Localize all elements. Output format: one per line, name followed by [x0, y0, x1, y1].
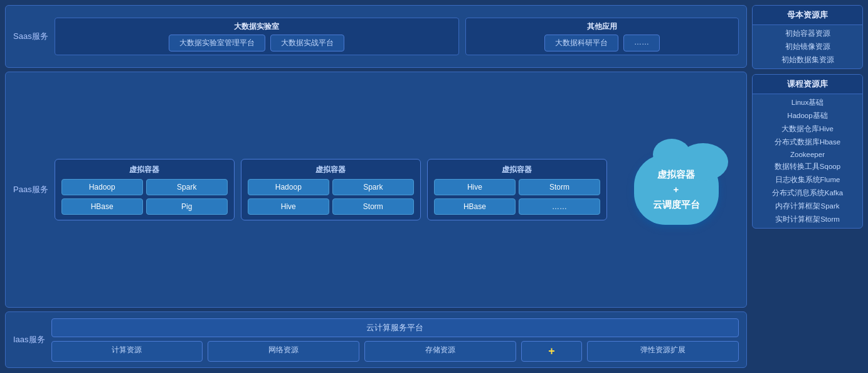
saas-item-2: 大数据科研平台: [544, 35, 618, 51]
iaas-label: Iaas服务: [13, 334, 45, 345]
iaas-item-1: 网络资源: [208, 341, 359, 362]
saas-group2-items: 大数据科研平台 ……: [471, 35, 733, 51]
saas-inner: 大数据实验室 大数据实验室管理平台 大数据实战平台 其他应用 大数据科研平台 ……: [55, 18, 739, 55]
sidebar-box2-item-6: 日志收集系统Flume: [758, 174, 857, 186]
sidebar-box2-item-5: 数据转换工具Sqoop: [758, 161, 857, 173]
vc3-item-2: HBase: [434, 198, 516, 215]
saas-row: 大数据实验室 大数据实验室管理平台 大数据实战平台 其他应用 大数据科研平台 ……: [55, 18, 739, 55]
iaas-items-row: 计算资源 网络资源 存储资源 + 弹性资源扩展: [51, 341, 739, 362]
paas-label: Paas服务: [13, 184, 48, 195]
sidebar-box2-item-1: Hadoop基础: [758, 110, 857, 122]
vc3-title: 虚拟容器: [434, 165, 600, 175]
virtual-containers-row: 虚拟容器 Hadoop Spark HBase Pig 虚拟容器 Hadoop …: [55, 159, 607, 220]
paas-inner: 虚拟容器 Hadoop Spark HBase Pig 虚拟容器 Hadoop …: [55, 154, 739, 225]
sidebar-box1-items: 初始容器资源 初始镜像资源 初始数据集资源: [753, 25, 862, 68]
sidebar-box2-item-9: 实时计算框架Storm: [758, 214, 857, 225]
vc2-item-0: Hadoop: [248, 179, 329, 195]
saas-group2-title: 其他应用: [471, 21, 733, 32]
virtual-container-3: 虚拟容器 Hive Storm HBase ……: [427, 159, 607, 220]
sidebar-box1-item-0: 初始容器资源: [758, 28, 857, 40]
sidebar-box2-items: Linux基础 Hadoop基础 大数据仓库Hive 分布式数据库Hbase Z…: [753, 94, 862, 228]
saas-group-other: 其他应用 大数据科研平台 ……: [465, 18, 739, 55]
saas-section: Saas服务 大数据实验室 大数据实验室管理平台 大数据实战平台 其他应用 大数…: [5, 5, 747, 68]
sidebar-box-course: 课程资源库 Linux基础 Hadoop基础 大数据仓库Hive 分布式数据库H…: [752, 74, 863, 229]
cloud-area: 虚拟容器 + 云调度平台: [613, 154, 739, 225]
vc3-item-1: Storm: [519, 179, 600, 195]
vc3-item-3: ……: [519, 198, 600, 215]
saas-label: Saas服务: [13, 31, 48, 42]
vc3-item-0: Hive: [434, 179, 516, 195]
saas-item-0: 大数据实验室管理平台: [169, 35, 265, 51]
vc1-item-3: Pig: [146, 198, 228, 215]
vc2-item-2: Hive: [248, 198, 329, 215]
right-sidebar: 母本资源库 初始容器资源 初始镜像资源 初始数据集资源 课程资源库 Linux基…: [752, 0, 868, 373]
cloud-line2: +: [674, 184, 679, 195]
saas-item-1: 大数据实战平台: [270, 35, 344, 51]
cloud-line1: 虚拟容器: [657, 169, 695, 180]
vc2-item-1: Spark: [332, 179, 414, 195]
cloud-line3: 云调度平台: [653, 199, 700, 210]
saas-group1-title: 大数据实验室: [60, 21, 453, 32]
saas-item-3: ……: [623, 35, 660, 51]
iaas-item-0: 计算资源: [51, 341, 203, 362]
iaas-item-2: 存储资源: [364, 341, 516, 362]
cloud-text: 虚拟容器 + 云调度平台: [653, 167, 700, 212]
vc1-title: 虚拟容器: [61, 165, 228, 175]
vc1-grid: Hadoop Spark HBase Pig: [61, 179, 228, 215]
saas-group1-items: 大数据实验室管理平台 大数据实战平台: [60, 35, 453, 51]
sidebar-box1-title: 母本资源库: [753, 6, 862, 25]
virtual-container-2: 虚拟容器 Hadoop Spark Hive Storm: [241, 159, 421, 220]
vc2-title: 虚拟容器: [248, 165, 414, 175]
iaas-section: Iaas服务 云计算服务平台 计算资源 网络资源 存储资源 + 弹性资源扩展: [5, 311, 747, 368]
vc2-grid: Hadoop Spark Hive Storm: [248, 179, 414, 215]
sidebar-box1-item-2: 初始数据集资源: [758, 54, 857, 66]
vc1-item-0: Hadoop: [61, 179, 143, 195]
sidebar-box2-item-0: Linux基础: [758, 97, 857, 109]
saas-group-bigdata: 大数据实验室 大数据实验室管理平台 大数据实战平台: [55, 18, 459, 55]
sidebar-box2-item-3: 分布式数据库Hbase: [758, 136, 857, 148]
iaas-item-plus: +: [521, 341, 583, 362]
sidebar-box-mother: 母本资源库 初始容器资源 初始镜像资源 初始数据集资源: [752, 5, 863, 69]
sidebar-box2-item-7: 分布式消息系统Kafka: [758, 187, 857, 199]
sidebar-box2-item-4: Zookeeper: [758, 149, 857, 159]
paas-section: Paas服务 虚拟容器 Hadoop Spark HBase Pig 虚拟容器: [5, 72, 747, 308]
vc1-item-2: HBase: [61, 198, 143, 215]
sidebar-box2-item-8: 内存计算框架Spark: [758, 200, 857, 212]
main-area: Saas服务 大数据实验室 大数据实验室管理平台 大数据实战平台 其他应用 大数…: [0, 0, 752, 373]
vc1-item-1: Spark: [146, 179, 228, 195]
iaas-item-4: 弹性资源扩展: [587, 341, 739, 362]
sidebar-box2-title: 课程资源库: [753, 75, 862, 94]
iaas-inner: 云计算服务平台 计算资源 网络资源 存储资源 + 弹性资源扩展: [51, 318, 739, 362]
vc2-item-3: Storm: [332, 198, 414, 215]
sidebar-box1-item-1: 初始镜像资源: [758, 41, 857, 53]
vc3-grid: Hive Storm HBase ……: [434, 179, 600, 215]
iaas-platform: 云计算服务平台: [51, 318, 739, 337]
virtual-container-1: 虚拟容器 Hadoop Spark HBase Pig: [55, 159, 235, 220]
sidebar-box2-item-2: 大数据仓库Hive: [758, 123, 857, 135]
cloud-shape: 虚拟容器 + 云调度平台: [634, 154, 719, 225]
